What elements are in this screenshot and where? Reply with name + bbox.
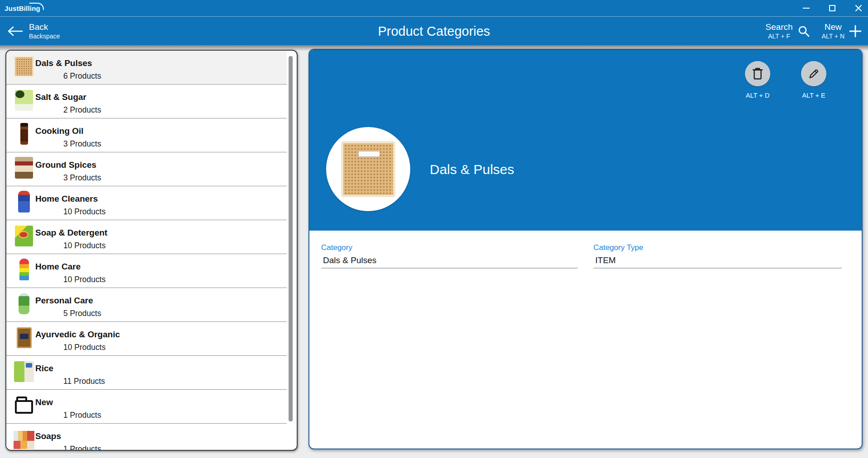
window-controls [787,0,865,16]
category-count: 10 Products [63,275,105,284]
category-name: Ayurvedic & Organic [35,330,120,340]
new-shortcut: ALT + N [822,32,844,40]
category-list-item-new-folder[interactable]: New 1 Products [6,390,287,424]
category-count: 3 Products [63,173,101,182]
category-thumbnail [14,89,34,116]
category-list-item-salt-sugar[interactable]: Salt & Sugar 2 Products [6,85,287,118]
category-count: 3 Products [63,139,101,148]
back-shortcut: Backspace [29,32,60,40]
new-button[interactable]: New ALT + N [822,22,862,40]
pencil-icon [807,67,820,80]
search-shortcut: ALT + F [768,32,790,40]
category-thumbnail [14,293,34,320]
home-care-icon [19,259,29,280]
maximize-icon [829,5,835,11]
category-field-value[interactable]: Dals & Pulses [321,255,578,266]
category-name: Soaps [35,431,101,441]
detail-hero: ALT + D ALT + E Dals & Pulses [309,50,862,231]
close-icon [854,4,863,12]
personal-care-icon [19,293,29,314]
category-field-underline [321,268,578,269]
page-title: Product Categories [0,17,868,46]
category-list-item-cooking-oil[interactable]: Cooking Oil 3 Products [6,118,287,152]
minimize-button[interactable] [799,1,813,15]
maximize-button[interactable] [825,1,839,15]
dals-icon [14,56,34,77]
category-list: Dals & Pulses 6 Products Salt & Sugar 2 … [6,51,287,451]
new-folder-icon [15,400,33,414]
app-header: JustBilling Back Backspace Product Categ… [0,0,868,45]
category-name: Personal Care [35,296,101,306]
category-thumbnail [14,360,34,387]
category-count: 5 Products [63,309,101,318]
category-thumbnail [14,191,34,218]
category-list-item-home-care[interactable]: Home Care 10 Products [6,254,287,288]
category-thumbnail [14,55,34,82]
search-button[interactable]: Search ALT + F [765,22,810,40]
category-type-field-value[interactable]: ITEM [593,255,842,266]
category-field-label: Category [321,243,578,252]
category-thumbnail [14,326,34,354]
category-count: 2 Products [63,105,101,114]
soap-detergent-icon [15,226,33,246]
category-count: 11 Products [63,377,105,386]
list-scrollbar[interactable] [289,56,293,421]
new-label: New [825,22,842,32]
category-image [326,127,410,211]
category-count: 1 Products [63,444,101,451]
ground-spices-icon [15,157,33,179]
category-name: Cooking Oil [35,126,101,136]
category-name: Home Cleaners [35,194,105,204]
header-shadow [0,45,868,51]
category-name: Rice [35,364,105,373]
category-name: Dals & Pulses [35,58,101,68]
category-list-item-ayurvedic[interactable]: Ayurvedic & Organic 10 Products [6,322,287,356]
nav-bar: Back Backspace Product Categories Search… [0,16,868,45]
category-list-item-dals[interactable]: Dals & Pulses 6 Products [6,51,287,85]
detail-title: Dals & Pulses [430,162,514,177]
category-count: 10 Products [63,207,105,216]
plus-icon [849,25,862,38]
edit-shortcut: ALT + E [802,92,825,99]
salt-sugar-icon [15,90,33,111]
category-count: 6 Products [63,71,101,80]
category-type-field-underline [593,268,842,269]
soaps-icon [14,431,34,449]
cooking-oil-icon [20,123,28,145]
category-list-item-rice[interactable]: Rice 11 Products [6,356,287,390]
category-list-item-soaps[interactable]: Soaps 1 Products [6,424,287,451]
delete-button[interactable]: ALT + D [738,61,777,99]
category-thumbnail [14,157,34,184]
category-list-item-personal-care[interactable]: Personal Care 5 Products [6,288,287,322]
category-name: Soap & Detergent [35,228,107,238]
category-thumbnail [14,225,34,252]
category-name: New [35,397,101,407]
app-logo: JustBilling [5,5,45,12]
category-type-field-label: Category Type [593,243,842,252]
category-thumbnail [14,428,34,451]
back-button[interactable]: Back Backspace [7,17,60,46]
trash-icon [751,67,764,80]
category-count: 10 Products [63,241,107,250]
search-label: Search [765,22,792,32]
category-detail-panel: ALT + D ALT + E Dals & Pulses Category D… [308,49,863,449]
category-thumbnail [14,123,34,150]
category-count: 10 Products [63,343,120,352]
search-icon [797,25,810,38]
category-thumbnail [14,394,34,421]
category-name: Home Care [35,262,105,272]
dals-bag-image [341,141,395,197]
category-list-item-soap-detergent[interactable]: Soap & Detergent 10 Products [6,220,287,254]
category-list-panel: Dals & Pulses 6 Products Salt & Sugar 2 … [5,50,298,451]
back-label: Back [29,22,60,32]
rice-icon [14,361,34,382]
category-thumbnail [14,259,34,286]
back-arrow-icon [7,25,24,37]
edit-button[interactable]: ALT + E [794,61,833,99]
category-name: Salt & Sugar [35,92,101,102]
close-button[interactable] [852,1,865,15]
window-titlebar: JustBilling [0,0,868,16]
category-list-item-home-cleaners[interactable]: Home Cleaners 10 Products [6,186,287,220]
category-count: 1 Products [63,411,101,420]
category-list-item-ground-spices[interactable]: Ground Spices 3 Products [6,152,287,186]
